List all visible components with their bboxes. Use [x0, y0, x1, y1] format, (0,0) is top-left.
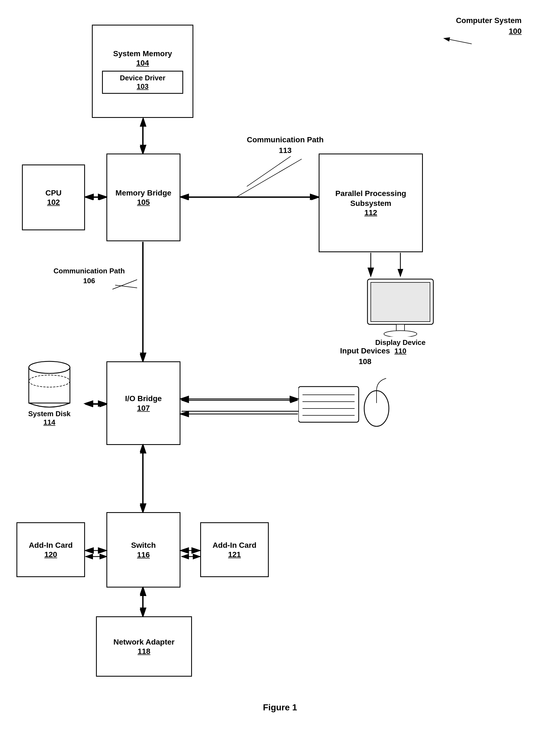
- cpu-number: 102: [47, 198, 60, 207]
- memory-bridge-number: 105: [137, 198, 150, 207]
- display-device: Display Device 110: [346, 276, 455, 355]
- svg-rect-17: [371, 283, 430, 322]
- system-memory-box: System Memory 104 Device Driver 103: [92, 25, 193, 118]
- diagram: Computer System 100 System Memory 104 De…: [0, 0, 560, 729]
- parallel-processing-label: Parallel Processing Subsystem: [319, 189, 422, 209]
- svg-line-44: [247, 156, 291, 187]
- arrows-overlay: [0, 0, 560, 729]
- add-in-card-121-box: Add-In Card 121: [200, 522, 269, 577]
- device-driver-box: Device Driver 103: [102, 71, 183, 94]
- parallel-processing-number: 112: [364, 208, 377, 217]
- figure-caption: Figure 1: [263, 702, 297, 713]
- svg-rect-20: [298, 386, 359, 422]
- add-in-121-label: Add-In Card: [213, 540, 256, 550]
- device-driver-number: 103: [137, 82, 148, 91]
- svg-rect-18: [396, 324, 405, 331]
- svg-line-46: [444, 38, 472, 44]
- svg-point-28: [29, 362, 70, 373]
- add-in-card-120-box: Add-In Card 120: [16, 522, 85, 577]
- add-in-120-number: 120: [44, 550, 57, 559]
- network-adapter-box: Network Adapter 118: [96, 616, 192, 677]
- arrows-overlay-2: [0, 0, 560, 729]
- network-adapter-label: Network Adapter: [113, 637, 174, 647]
- switch-number: 116: [137, 550, 150, 559]
- system-disk: System Disk 114: [15, 354, 84, 426]
- computer-system-label: Computer System 100: [456, 15, 522, 36]
- network-adapter-number: 118: [138, 647, 151, 656]
- add-in-121-number: 121: [228, 550, 241, 559]
- system-disk-number: 114: [43, 418, 55, 426]
- display-device-number: 110: [394, 347, 406, 355]
- io-bridge-number: 107: [137, 404, 150, 412]
- comm-path-106-label: Communication Path 106: [53, 266, 125, 286]
- device-driver-label: Device Driver: [120, 74, 165, 82]
- system-memory-number: 104: [136, 59, 149, 67]
- cpu-label: CPU: [45, 188, 61, 198]
- memory-bridge-box: Memory Bridge 105: [106, 154, 180, 241]
- parallel-processing-box: Parallel Processing Subsystem 112: [319, 154, 423, 252]
- io-bridge-box: I/O Bridge 107: [106, 362, 180, 445]
- system-memory-label: System Memory: [113, 49, 172, 59]
- switch-box: Switch 116: [106, 512, 180, 587]
- system-disk-label: System Disk: [28, 409, 71, 418]
- switch-label: Switch: [131, 540, 156, 550]
- input-devices-float-label: Input Devices 108: [340, 346, 390, 367]
- svg-point-19: [384, 331, 417, 337]
- memory-bridge-label: Memory Bridge: [115, 188, 171, 198]
- input-devices-visual: [298, 375, 392, 429]
- svg-line-14: [236, 159, 302, 197]
- cpu-box: CPU 102: [22, 165, 85, 230]
- comm-path-113-label: Communication Path 113: [247, 134, 324, 156]
- add-in-120-label: Add-In Card: [29, 540, 73, 550]
- io-bridge-label: I/O Bridge: [125, 394, 162, 403]
